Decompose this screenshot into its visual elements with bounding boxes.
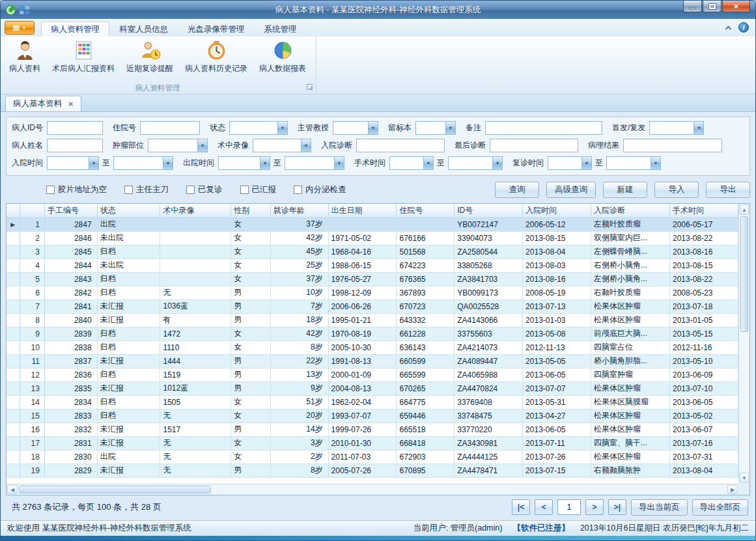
cell-admission-no[interactable]: 367893 xyxy=(397,286,455,299)
data-report-button[interactable]: 病人数据报表 xyxy=(253,38,312,76)
column-header[interactable] xyxy=(7,204,20,217)
vertical-scroll-thumb[interactable] xyxy=(740,216,748,332)
cell-id-no[interactable]: ZA4478471 xyxy=(455,464,523,477)
cell-manual-no[interactable]: 2845 xyxy=(44,245,97,258)
cell-admission-no[interactable]: 665518 xyxy=(397,423,455,436)
cell-op-date[interactable]: 2013-06-05 xyxy=(670,395,738,409)
cell-gender[interactable]: 女 xyxy=(231,395,271,409)
page-number-input[interactable] xyxy=(557,499,581,515)
table-row[interactable]: 7 2841 未汇报 1036蓝 男 7岁 2006-06-26 670723 … xyxy=(7,299,738,313)
cell-id-no[interactable]: QA0025528 xyxy=(455,299,523,313)
cell-id-no[interactable]: 33769408 xyxy=(455,395,523,409)
cell-op-video[interactable]: 无 xyxy=(160,450,231,464)
postop-report-button[interactable]: 术后病人汇报资料 xyxy=(46,38,120,76)
cell-diagnosis[interactable]: 四脑室、脑干... xyxy=(591,436,669,450)
cell-id-no[interactable]: ZA2580544 xyxy=(455,245,523,258)
cell-diagnosis[interactable]: 桥小脑角胆脂... xyxy=(591,354,669,368)
specimen-select-input[interactable] xyxy=(416,122,445,134)
filter-checkbox[interactable]: 已复诊 xyxy=(186,184,223,195)
column-header[interactable]: 入院诊断 xyxy=(591,204,669,217)
cell-op-video[interactable]: 1110 xyxy=(160,340,231,354)
action-button[interactable]: 高级查询 xyxy=(546,182,596,198)
cell-id-no[interactable]: 33770220 xyxy=(455,423,523,436)
help-icon[interactable]: i xyxy=(738,22,749,33)
cell-admission-date[interactable]: 2013-01-03 xyxy=(523,313,591,327)
cell-id-no[interactable]: ZA3841703 xyxy=(455,272,523,286)
filter-checkbox[interactable]: 主任主刀 xyxy=(124,184,169,195)
cell-birth-date[interactable]: 2011-07-03 xyxy=(328,450,397,464)
cell-op-video[interactable]: 无 xyxy=(160,409,231,423)
column-header[interactable]: ID号 xyxy=(455,204,523,217)
cell-admission-no[interactable]: 664775 xyxy=(397,395,455,409)
cell-manual-no[interactable]: 2829 xyxy=(44,464,97,477)
horizontal-scroll-thumb[interactable] xyxy=(19,486,211,493)
cell-admission-no[interactable]: 670895 xyxy=(397,464,455,477)
cell-diagnosis[interactable]: 四脑室肿瘤 xyxy=(591,368,669,381)
cell-manual-no[interactable]: 2834 xyxy=(44,395,97,409)
tumor-site-select-input[interactable] xyxy=(148,139,197,152)
cell-status[interactable]: 未汇报 xyxy=(97,436,160,450)
cell-admission-date[interactable]: 2013-05-31 xyxy=(523,395,591,409)
cell-gender[interactable]: 男 xyxy=(231,423,271,436)
cell-op-video[interactable]: 无 xyxy=(160,464,231,477)
cell-gender[interactable]: 女 xyxy=(231,258,271,272)
cell-status[interactable]: 未汇报 xyxy=(97,299,160,313)
cell-diagnosis[interactable]: 松果体区肿瘤 xyxy=(591,409,669,423)
scroll-down-icon[interactable]: ▼ xyxy=(740,473,749,483)
filter-checkbox[interactable]: 胶片地址为空 xyxy=(46,184,107,195)
ribbon-tab[interactable]: 科室人员信息 xyxy=(109,21,178,36)
cell-op-date[interactable]: 2013-05-15 xyxy=(670,327,738,340)
cell-status[interactable]: 未汇报 xyxy=(97,313,160,327)
cell-status[interactable]: 归档 xyxy=(97,286,160,299)
cell-admission-date[interactable]: 2013-07-15 xyxy=(523,464,591,477)
cell-op-date[interactable]: 2008-05-23 xyxy=(670,286,738,299)
cell-manual-no[interactable]: 2836 xyxy=(44,368,97,381)
cell-birth-date[interactable]: 1970-08-19 xyxy=(328,327,397,340)
cell-op-date[interactable]: 2013-06-09 xyxy=(670,368,738,381)
cell-manual-no[interactable]: 2832 xyxy=(44,423,97,436)
cell-status[interactable]: 归档 xyxy=(97,327,160,340)
minimize-button[interactable] xyxy=(683,1,702,12)
table-row[interactable]: 9 2839 归档 1472 女 42岁 1970-08-19 661228 3… xyxy=(7,327,738,340)
cell-admission-date[interactable]: 2013-05-05 xyxy=(523,354,591,368)
cell-op-video[interactable]: 无 xyxy=(160,436,231,450)
admission-no-input[interactable] xyxy=(140,121,200,135)
cell-id-no[interactable]: 33748475 xyxy=(455,409,523,423)
out-date-to-picker[interactable]: ▼ xyxy=(285,156,344,170)
cell-birth-date[interactable]: 1993-07-07 xyxy=(328,409,397,423)
table-row[interactable]: 15 2833 归档 无 女 20岁 1993-07-07 659446 337… xyxy=(7,409,738,423)
cell-diagnosis[interactable]: 左额叶胶质瘤 xyxy=(591,217,669,231)
cell-op-date[interactable]: 2013-07-31 xyxy=(670,450,738,464)
cell-id-no[interactable]: YB0072147 xyxy=(455,217,523,231)
dropdown-arrow-icon[interactable]: ▼ xyxy=(277,122,287,134)
table-row[interactable]: 3 2845 归档 女 45岁 1968-04-16 501568 ZA2580… xyxy=(7,245,738,258)
main-menu-button[interactable]: ▼ xyxy=(5,21,35,35)
cell-op-video[interactable] xyxy=(160,258,231,272)
cell-diagnosis[interactable]: 松果体区肿瘤 xyxy=(591,381,669,395)
revisit-reminder-button[interactable]: 近期复诊提醒 xyxy=(120,38,179,76)
op-date-to-picker[interactable]: ▼ xyxy=(448,156,503,170)
cell-birth-date[interactable]: 1976-05-27 xyxy=(328,272,397,286)
cell-admission-date[interactable]: 2013-08-15 xyxy=(523,231,591,245)
cell-gender[interactable]: 女 xyxy=(231,327,271,340)
professor-select-input[interactable] xyxy=(333,122,368,134)
last-page-button[interactable]: >| xyxy=(608,499,626,515)
dropdown-arrow-icon[interactable]: ▼ xyxy=(368,122,378,134)
cell-manual-no[interactable]: 2838 xyxy=(44,340,97,354)
cell-status[interactable]: 归档 xyxy=(97,245,160,258)
cell-id-no[interactable]: 33904073 xyxy=(455,231,523,245)
tab-close-icon[interactable]: × xyxy=(68,100,74,108)
dropdown-arrow-icon[interactable]: ▼ xyxy=(197,139,207,152)
cell-op-date[interactable]: 2013-01-05 xyxy=(670,313,738,327)
op-video-select-input[interactable] xyxy=(253,139,301,152)
cell-status[interactable]: 未汇报 xyxy=(97,423,160,436)
scroll-right-icon[interactable]: ▶ xyxy=(727,485,738,494)
cell-birth-date[interactable] xyxy=(328,217,397,231)
cell-op-date[interactable]: 2013-08-22 xyxy=(670,272,738,286)
table-row[interactable]: 18 2830 出院 无 女 2岁 2011-07-03 672903 ZA44… xyxy=(7,450,738,464)
cell-op-video[interactable] xyxy=(160,231,231,245)
cell-birth-date[interactable]: 1998-12-09 xyxy=(328,286,397,299)
cell-age[interactable]: 37岁 xyxy=(270,217,328,231)
cell-gender[interactable]: 女 xyxy=(231,231,271,245)
cell-age[interactable]: 9岁 xyxy=(270,381,328,395)
